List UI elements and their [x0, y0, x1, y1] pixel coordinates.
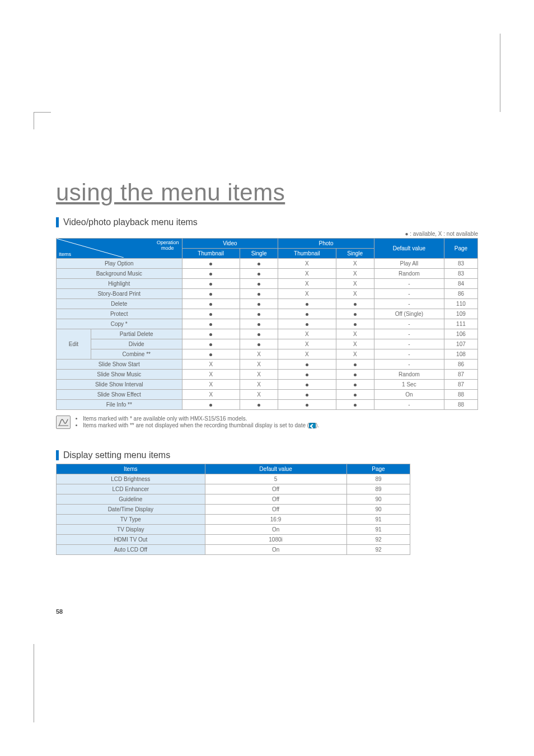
row-item: Slide Show Effect	[57, 390, 182, 400]
available-dot	[306, 394, 308, 396]
cell-page: 89	[346, 474, 410, 484]
available-dot	[257, 323, 260, 326]
cell-page: 111	[444, 319, 477, 329]
cell: X	[336, 259, 374, 269]
available-dot	[257, 333, 260, 336]
row-item: Highlight	[57, 279, 182, 289]
cell-page: 86	[444, 360, 477, 370]
header-page: Page	[444, 239, 477, 259]
cell	[278, 400, 336, 410]
cell	[182, 269, 240, 279]
cell-page: 91	[346, 515, 410, 525]
header-video: Video	[182, 239, 278, 249]
cell-default: -	[374, 289, 444, 299]
t2-header-items: Items	[57, 464, 205, 474]
available-dot	[354, 363, 357, 366]
row-item: LCD Enhancer	[57, 484, 205, 494]
cell-default: 16:9	[205, 515, 346, 525]
available-dot	[209, 283, 212, 286]
available-dot	[209, 303, 212, 306]
cell	[182, 339, 240, 349]
cell	[182, 319, 240, 329]
row-item: Slide Show Music	[57, 370, 182, 380]
available-dot	[257, 343, 260, 346]
table-row: Slide Show EffectXXOn88	[57, 390, 478, 400]
cell	[182, 289, 240, 299]
table-row: HighlightXX-84	[57, 279, 478, 289]
cell: X	[182, 370, 240, 380]
cell-default: -	[374, 279, 444, 289]
available-dot	[306, 374, 308, 376]
cell-page: 88	[444, 390, 477, 400]
table-row: Story-Board PrintXX-86	[57, 289, 478, 299]
row-item: Background Music	[57, 269, 182, 279]
cell-page: 89	[346, 484, 410, 494]
cell: X	[278, 279, 336, 289]
cell	[336, 309, 374, 319]
cell: X	[240, 349, 278, 360]
cell-default: -	[374, 339, 444, 349]
cell-default: On	[205, 525, 346, 535]
cell-default: -	[374, 349, 444, 360]
header-photo-thumb: Thumbnail	[278, 249, 336, 259]
available-dot	[209, 333, 212, 336]
cell	[240, 319, 278, 329]
cell	[278, 360, 336, 370]
cell: X	[278, 269, 336, 279]
available-dot	[209, 273, 212, 276]
cell: X	[240, 360, 278, 370]
available-dot	[257, 313, 260, 316]
cell	[278, 380, 336, 390]
table-row: Delete-110	[57, 299, 478, 309]
cell-page: 90	[346, 505, 410, 515]
available-dot	[257, 283, 260, 286]
available-dot	[257, 303, 260, 306]
header-photo-single: Single	[336, 249, 374, 259]
cell: X	[336, 279, 374, 289]
crop-mark	[493, 34, 500, 112]
cell: X	[240, 380, 278, 390]
table-row: Combine **XXX-108	[57, 349, 478, 360]
cell-page: 86	[444, 289, 477, 299]
legend-text: ● : available, X : not available	[56, 231, 478, 237]
header-mode: mode	[161, 245, 174, 251]
table-row: Copy *-111	[57, 319, 478, 329]
cell-default: -	[374, 299, 444, 309]
section-heading-display: Display setting menu items	[56, 450, 478, 460]
table-row: File Info **-88	[57, 400, 478, 410]
cell	[240, 269, 278, 279]
cell-page: 106	[444, 329, 477, 339]
header-operation: Operation	[157, 240, 179, 245]
table-row: HDMI TV Out1080i92	[57, 535, 410, 545]
available-dot	[209, 343, 212, 346]
cell-page: 91	[346, 525, 410, 535]
cell: X	[182, 390, 240, 400]
table-row: Play OptionXXPlay All83	[57, 259, 478, 269]
available-dot	[354, 384, 357, 386]
available-dot	[257, 293, 260, 296]
table-row: Slide Show StartXX-86	[57, 360, 478, 370]
cell	[278, 299, 336, 309]
available-dot	[354, 303, 357, 306]
cell	[240, 299, 278, 309]
cell-default: -	[374, 360, 444, 370]
cell-default: On	[374, 390, 444, 400]
t2-header-page: Page	[346, 464, 410, 474]
cell-default: Off	[205, 505, 346, 515]
note-line: Items marked with ** are not displayed w…	[83, 422, 319, 428]
row-item: TV Display	[57, 525, 205, 535]
table-row: DivideXX-107	[57, 339, 478, 349]
crop-mark	[34, 644, 41, 722]
table-row: LCD EnhancerOff89	[57, 484, 410, 494]
cell	[336, 360, 374, 370]
cell	[182, 259, 240, 269]
cell-default: On	[205, 545, 346, 555]
available-dot	[306, 363, 308, 366]
available-dot	[354, 313, 357, 316]
date-view-icon	[309, 423, 316, 428]
cell	[336, 299, 374, 309]
cell	[182, 329, 240, 339]
available-dot	[354, 374, 357, 376]
cell	[336, 319, 374, 329]
available-dot	[306, 404, 308, 407]
